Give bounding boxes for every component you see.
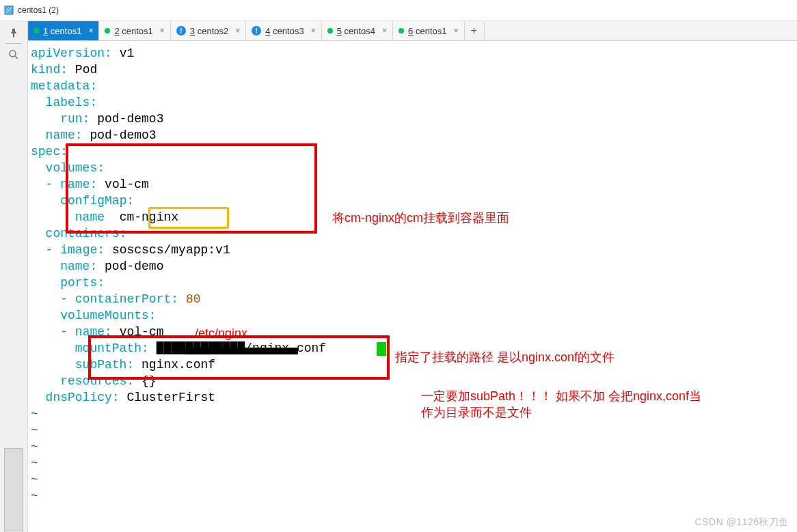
editor[interactable]: apiVersion: v1 kind: Pod metadata: label… [28, 41, 797, 532]
left-gutter [0, 21, 28, 532]
tab-3[interactable]: ! 3 centos2 × [171, 21, 246, 40]
window-title: centos1 (2) [18, 5, 59, 15]
tab-label: 4 centos3 [265, 26, 303, 36]
status-dot [327, 28, 333, 33]
app-icon [4, 5, 14, 15]
status-dot [105, 28, 110, 33]
close-icon[interactable]: × [85, 26, 93, 36]
status-dot [398, 28, 404, 33]
status-dot [33, 28, 39, 33]
close-icon[interactable]: × [379, 26, 387, 36]
tab-6[interactable]: 6 centos1 × [393, 21, 464, 40]
watermark: CSDN @1126秋刀鱼 [695, 516, 789, 529]
alert-icon: ! [176, 26, 186, 36]
alert-icon: ! [252, 26, 261, 36]
tab-label: 1 centos1 [43, 26, 81, 36]
svg-point-1 [10, 51, 16, 57]
tab-label: 2 centos1 [114, 26, 152, 36]
svg-line-2 [15, 56, 18, 59]
close-icon[interactable]: × [308, 26, 316, 36]
tab-4[interactable]: ! 4 centos3 × [246, 21, 321, 40]
close-icon[interactable]: × [232, 26, 240, 36]
close-icon[interactable]: × [157, 26, 165, 36]
tab-label: 5 centos4 [337, 26, 375, 36]
tab-1[interactable]: 1 centos1 × [28, 21, 99, 40]
tab-2[interactable]: 2 centos1 × [99, 21, 170, 40]
close-icon[interactable]: × [451, 26, 459, 36]
pin-icon[interactable] [8, 27, 20, 39]
tab-label: 3 centos2 [190, 26, 228, 36]
window-title-bar: centos1 (2) [0, 0, 797, 21]
divider-icon [5, 43, 22, 44]
tab-bar: 1 centos1 × 2 centos1 × ! 3 centos2 × ! … [28, 21, 797, 41]
search-icon[interactable] [8, 48, 20, 61]
code-content: apiVersion: v1 kind: Pod metadata: label… [28, 41, 797, 504]
scrollbar-preview[interactable] [4, 448, 23, 531]
tab-label: 6 centos1 [408, 26, 446, 36]
tab-5[interactable]: 5 centos4 × [322, 21, 393, 40]
new-tab-button[interactable]: + [465, 21, 485, 40]
